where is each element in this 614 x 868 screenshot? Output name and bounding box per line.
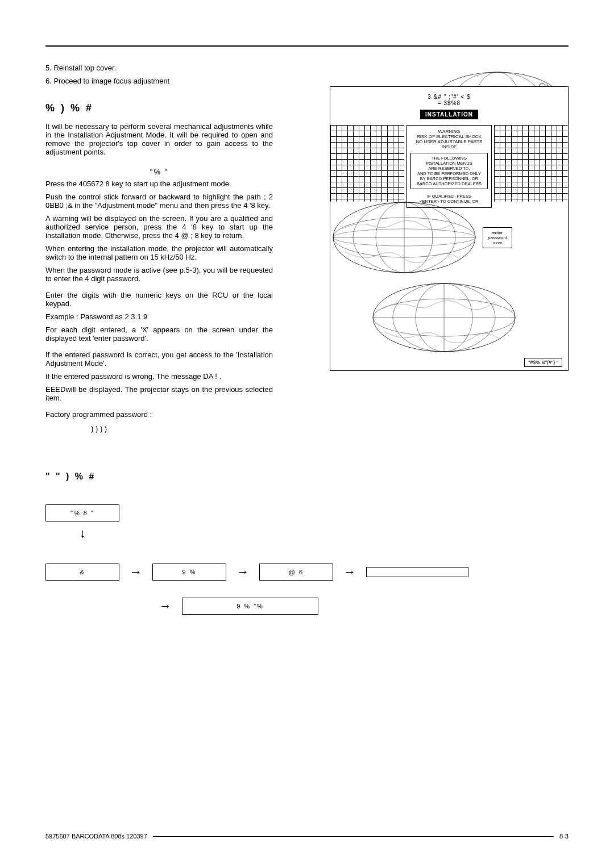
flow-box-4: @ 6 <box>259 564 333 581</box>
flow-box-6: 9 % "% <box>182 598 318 615</box>
p9: If the entered password is correct, you … <box>45 350 273 368</box>
enter-password-box: enter password xxxx <box>483 227 512 248</box>
page-footer: 5975607 BARCODATA 808s 120397 8-3 <box>45 833 569 840</box>
final-box: "#$% &"(#") " <box>524 358 562 367</box>
globe-bottom-icon <box>370 281 518 354</box>
menu-header: 3 &# " ;"#' < $ = 3$%8 <box>404 94 494 106</box>
p6: Enter the digits with the numeric keys o… <box>45 291 273 308</box>
grid-right-icon <box>494 125 568 202</box>
p11: Factory programmed password : <box>45 410 273 419</box>
p10a: If the entered password is wrong, The me… <box>45 372 273 381</box>
p12: ) ) ) ) <box>91 424 273 433</box>
section-title: % ) % # <box>45 102 273 114</box>
arrow-right-icon: → <box>343 565 356 579</box>
flow-box-3: 9 % <box>152 564 226 581</box>
footer-left: 5975607 BARCODATA 808s 120397 <box>45 833 147 840</box>
warning-title: WARNING RISK OF ELECTRICAL SHOCK NO USER… <box>410 129 488 149</box>
diagram: 3 &# " ;"#' < $ = 3$%8 INSTALLATION WARN… <box>330 64 569 437</box>
intro-paragraph: It will be necessary to perform several … <box>45 122 273 156</box>
p1: Press the 405672 8 key to start up the a… <box>45 180 273 188</box>
flowchart: "% 8 " ↓ & → 9 % → @ 6 → → 9 % "% <box>45 504 569 615</box>
p8: For each digit entered, a 'X' appears on… <box>45 326 273 343</box>
arrow-right-icon: → <box>237 565 249 579</box>
step-5: 5. Reinstall top cover. <box>45 64 273 72</box>
p10b: EEEDwill be displayed. The projector sta… <box>45 385 273 402</box>
warning-sub: THE FOLLOWING INSTALLATION MENUS ARE RES… <box>410 153 488 189</box>
p7: Example : Password as 2 3 1 9 <box>45 312 273 321</box>
p3: A warning will be displayed on the scree… <box>45 214 273 240</box>
warning-box: WARNING RISK OF ELECTRICAL SHOCK NO USER… <box>406 125 492 208</box>
p2: Push the control stick forward or backwa… <box>45 193 273 210</box>
footer-right: 8-3 <box>559 833 569 840</box>
arrow-right-icon: → <box>130 565 142 579</box>
globe-middle-icon <box>330 198 478 277</box>
flow-box-5 <box>366 567 468 577</box>
step-6: 6. Proceed to image focus adjustment <box>45 77 273 85</box>
arrow-down-icon: ↓ <box>80 526 569 541</box>
flowchart-title: " " ) % # <box>45 471 569 482</box>
p4: When entering the installation mode, the… <box>45 244 273 261</box>
subtitle-1: "% " <box>45 168 273 176</box>
flow-box-2: & <box>45 564 119 581</box>
arrow-right-icon: → <box>159 599 172 614</box>
flow-box-1: "% 8 " <box>45 504 119 521</box>
p5: When the password mode is active (see p.… <box>45 266 273 283</box>
grid-left-icon <box>330 125 404 202</box>
menu-installation: INSTALLATION <box>420 110 478 119</box>
